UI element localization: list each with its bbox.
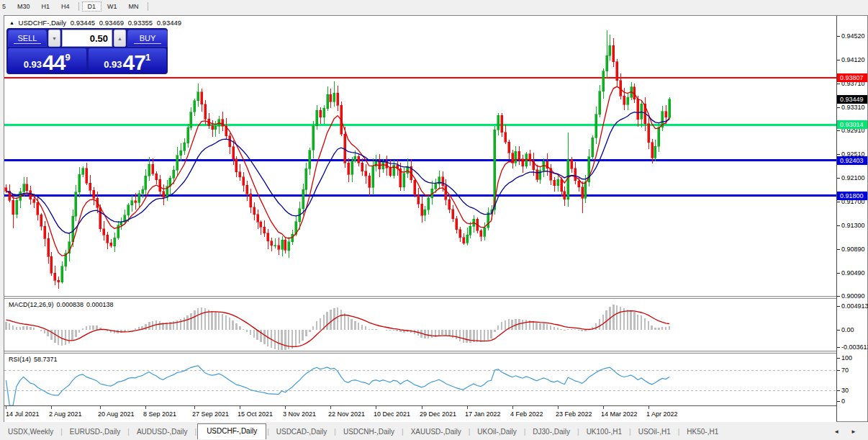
axis-tick-label: 0.00 [841, 326, 854, 333]
timeframe-button-h4[interactable]: H4 [56, 2, 75, 11]
time-axis-tick [240, 406, 240, 409]
axis-tick [837, 370, 840, 371]
time-axis-tick [422, 406, 422, 409]
level-price-box: 0.92403 [837, 156, 867, 165]
time-axis-label: 2 Aug 2021 [49, 410, 82, 418]
axis-tick [837, 249, 840, 250]
symbol-tab-usoil[interactable]: USOil-,H1 [632, 425, 677, 439]
symbol-tab-xauusd[interactable]: XAUUSD-,Daily [404, 425, 468, 439]
axis-tick [837, 273, 840, 274]
chart-window: ▲ USDCHF-,Daily 0.93445 0.93469 0.93355 … [4, 15, 868, 422]
tab-scroll-arrows: ◄► [833, 428, 856, 435]
axis-tick [837, 202, 840, 202]
chart-ohlc-header: ▲ USDCHF-,Daily 0.93445 0.93469 0.93355 … [9, 19, 184, 27]
axis-tick [837, 347, 840, 348]
symbol-tab-audusd[interactable]: AUDUSD-,Daily [130, 425, 194, 439]
tab-separator: | [195, 428, 197, 436]
time-axis-tick [648, 406, 649, 409]
axis-tick-label: 0.92100 [841, 174, 865, 181]
sell-button[interactable]: SELL [8, 30, 47, 47]
toolbar-separator [78, 2, 79, 11]
time-axis[interactable]: 14 Jul 20212 Aug 202120 Aug 20218 Sep 20… [4, 405, 836, 422]
level-price-box: 0.91800 [837, 192, 867, 200]
axis-tick [837, 107, 840, 108]
symbol-tab-uk100[interactable]: UK100-,H1 [580, 425, 628, 439]
axis-tick [837, 36, 840, 37]
timeframe-button-w1[interactable]: W1 [102, 2, 122, 11]
moving-average-line [6, 86, 669, 256]
volume-increase-button[interactable]: ▲ [114, 30, 126, 47]
time-axis-label: 29 Dec 2021 [420, 410, 456, 418]
tab-scroll-left-icon[interactable]: ◄ [833, 428, 839, 435]
rsi-pane[interactable]: RSI(14)58.7371 [4, 354, 836, 405]
symbol-tab-usdcnh[interactable]: USDCNH-,Daily [337, 425, 401, 439]
symbol-tab-usdx[interactable]: USDX,Weekly [1, 425, 60, 439]
symbol-tab-usdchf[interactable]: USDCHF-,Daily [197, 423, 266, 439]
ohlc-high: 0.93469 [99, 19, 124, 27]
time-axis-label: 14 Mar 2022 [601, 410, 638, 418]
axis-tick-label: 100 [841, 354, 852, 362]
symbol-tab-ukoil[interactable]: UKOil-,Daily [471, 425, 523, 439]
time-axis-tick [558, 406, 559, 409]
time-axis-tick [6, 406, 6, 409]
time-axis-label: 15 Oct 2021 [238, 410, 273, 418]
volume-input[interactable] [62, 30, 112, 47]
macd-label: MACD(12,26,9)0.0008380.000138 [9, 301, 117, 308]
time-axis-tick [145, 406, 146, 409]
time-axis-label: 17 Jan 2022 [465, 410, 501, 418]
axis-tick-label: 70 [841, 367, 849, 374]
timeframe-button-h1[interactable]: H1 [37, 2, 55, 11]
axis-tick-label: 0.90890 [841, 246, 865, 253]
axis-tick [837, 130, 840, 131]
volume-decrease-button[interactable]: ▼ [48, 30, 60, 47]
price-chart-pane[interactable]: ▲ USDCHF-,Daily 0.93445 0.93469 0.93355 … [4, 16, 836, 296]
axis-tick [837, 330, 840, 331]
time-axis-tick [194, 406, 195, 409]
buy-button[interactable]: BUY [127, 30, 168, 47]
tab-separator: | [469, 428, 471, 436]
tab-separator: | [127, 428, 130, 436]
buy-price-panel[interactable]: 0.93 47 1 [89, 48, 167, 73]
time-axis-label: 3 Nov 2021 [283, 410, 316, 418]
axis-tick-label: 0.94520 [841, 32, 865, 40]
time-axis-tick [512, 406, 513, 409]
timeframe-button-5[interactable]: 5 [1, 2, 11, 11]
macd-pane[interactable]: MACD(12,26,9)0.0008380.000138 [4, 299, 836, 351]
symbol-tab-hk50[interactable]: HK50-,H1 [680, 425, 725, 439]
buy-price-pip: 1 [145, 52, 150, 63]
panel-collapse-icon[interactable]: ▲ [9, 20, 14, 25]
timeframe-button-m30[interactable]: M30 [12, 2, 35, 11]
axis-tick [837, 401, 840, 402]
tab-scroll-right-icon[interactable]: ► [851, 428, 856, 435]
time-axis-label: 10 Dec 2021 [374, 410, 410, 418]
symbol-tab-bar: USDX,Weekly|EURUSD-,Daily|AUDUSD-,Daily|… [0, 423, 868, 440]
symbol-tab-eurusd[interactable]: EURUSD-,Daily [63, 425, 127, 439]
timeframe-toolbar: 5M30H1H4D1W1MN [0, 0, 868, 12]
toolbar-separator [148, 2, 148, 11]
tab-separator: | [334, 428, 336, 436]
axis-tick-label: 0.90490 [841, 269, 865, 277]
time-axis-label: 1 Apr 2022 [646, 410, 678, 418]
rsi-line [6, 366, 669, 405]
symbol-tab-dj30[interactable]: DJ30-,Daily [526, 425, 577, 439]
time-axis-label: 8 Sep 2021 [143, 410, 176, 418]
arrow-up-icon: ▲ [117, 36, 122, 41]
time-axis-tick [467, 406, 468, 409]
tab-separator: | [524, 428, 526, 436]
time-axis-tick [376, 406, 376, 409]
symbol-tab-usdcad[interactable]: USDCAD-,Daily [270, 425, 334, 439]
tab-separator: | [629, 428, 631, 436]
sell-price-big: 44 [42, 53, 65, 72]
ohlc-open: 0.93445 [71, 19, 95, 27]
timeframe-button-mn[interactable]: MN [124, 2, 144, 11]
time-axis-tick [603, 406, 604, 409]
time-axis-label: 20 Aug 2021 [98, 410, 135, 418]
axis-tick [837, 306, 840, 307]
price-axis[interactable]: 0.945200.941200.937100.933100.929100.925… [836, 16, 867, 421]
tab-separator: | [402, 428, 404, 436]
buy-price-big: 47 [123, 53, 145, 72]
timeframe-button-d1[interactable]: D1 [83, 2, 101, 11]
time-axis-label: 23 Feb 2022 [556, 410, 592, 418]
axis-tick-label: 0.91300 [841, 222, 865, 229]
sell-price-panel[interactable]: 0.93 44 9 [8, 48, 86, 73]
